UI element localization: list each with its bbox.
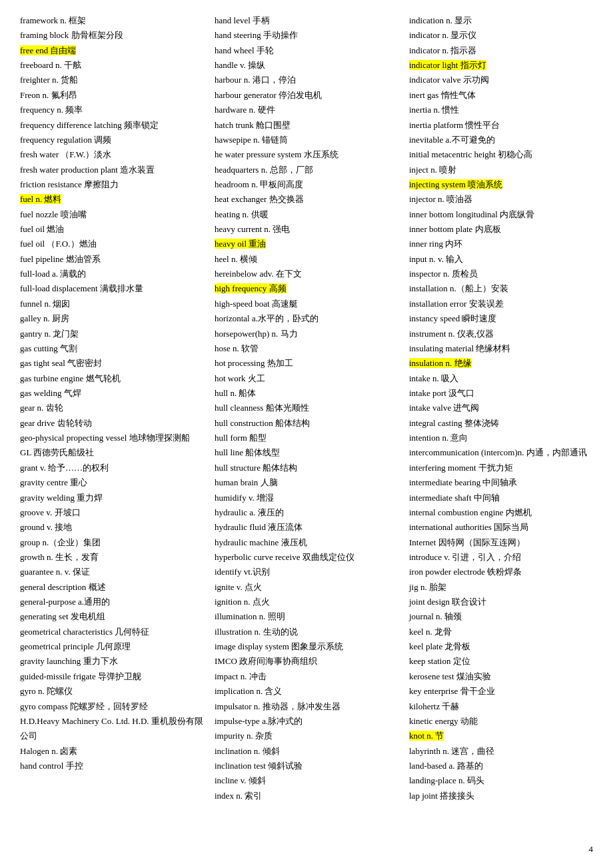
list-item: Freon n. 氟利昂: [20, 88, 204, 103]
list-item: jig n. 胎架: [409, 580, 593, 595]
list-item: hot work 火工: [215, 371, 398, 386]
list-item: heavy current n. 强电: [215, 222, 398, 237]
list-item: inert gas 惰性气体: [409, 88, 593, 103]
list-item: geometrical characteristics 几何特征: [20, 625, 204, 639]
list-item: free end 自由端: [20, 43, 204, 58]
list-item: inertia platform 惯性平台: [409, 118, 593, 133]
list-item: incline v. 倾斜: [215, 773, 398, 788]
list-item: intake port 汲气口: [409, 386, 593, 401]
list-item: intention n. 意向: [409, 431, 593, 445]
main-content: framework n. 框架framing block 肋骨框架分段free …: [20, 13, 593, 803]
list-item: landing-place n. 码头: [409, 773, 593, 788]
list-item: hull construction 船体结构: [215, 416, 398, 431]
list-item: frequency difference latching 频率锁定: [20, 118, 204, 133]
list-item: journal n. 轴颈: [409, 609, 593, 624]
list-item: GL 西德劳氏船级社: [20, 445, 204, 460]
list-item: gear drive 齿轮转动: [20, 416, 204, 431]
list-item: inevitable a.不可避免的: [409, 133, 593, 147]
list-item: inner ring 内环: [409, 237, 593, 251]
list-item: gas cutting 气割: [20, 341, 204, 356]
list-item: image display system 图象显示系统: [215, 639, 398, 654]
column-2: hand level 手柄hand steering 手动操作hand whee…: [209, 13, 404, 803]
list-item: he water pressure system 水压系统: [215, 147, 398, 162]
list-item: general-purpose a.通用的: [20, 595, 204, 609]
list-item: hydraulic a. 液压的: [215, 505, 398, 520]
list-item: hereinbelow adv. 在下文: [215, 267, 398, 281]
list-item: inject n. 喷射: [409, 163, 593, 177]
list-item: headquarters n. 总部，厂部: [215, 163, 398, 177]
list-item: framing block 肋骨框架分段: [20, 28, 204, 43]
list-item: gravity welding 重力焊: [20, 491, 204, 505]
list-item: fuel pipeline 燃油管系: [20, 252, 204, 267]
list-item: installation n.（船上）安装: [409, 281, 593, 296]
list-item: ground v. 接地: [20, 520, 204, 535]
list-item: hand steering 手动操作: [215, 28, 398, 43]
list-item: land-based a. 路基的: [409, 759, 593, 773]
list-item: hydraulic machine 液压机: [215, 535, 398, 550]
list-item: inner bottom plate 内底板: [409, 222, 593, 237]
list-item: key enterprise 骨干企业: [409, 684, 593, 699]
list-item: fuel n. 燃料: [20, 192, 204, 207]
list-item: introduce v. 引进，引入，介绍: [409, 550, 593, 565]
list-item: knot n. 节: [409, 729, 593, 743]
list-item: group n.（企业）集团: [20, 535, 204, 550]
list-item: inclination test 倾斜试验: [215, 759, 398, 773]
list-item: identify vt.识别: [215, 565, 398, 579]
list-item: inspector n. 质检员: [409, 267, 593, 281]
list-item: fuel nozzle 喷油嘴: [20, 207, 204, 222]
list-item: hull n. 船体: [215, 386, 398, 401]
list-item: injecting system 喷油系统: [409, 177, 593, 192]
list-item: harbour generator 停泊发电机: [215, 88, 398, 103]
list-item: indication n. 显示: [409, 13, 593, 28]
list-item: indicator n. 显示仪: [409, 28, 593, 43]
list-item: internal combustion engine 内燃机: [409, 505, 593, 520]
list-item: ignite v. 点火: [215, 580, 398, 595]
list-item: initial metacentric height 初稳心高: [409, 147, 593, 162]
list-item: keel plate 龙骨板: [409, 639, 593, 654]
list-item: heating n. 供暖: [215, 207, 398, 222]
list-item: harbour n. 港口，停泊: [215, 73, 398, 87]
list-item: instancy speed 瞬时速度: [409, 311, 593, 326]
list-item: Halogen n. 卤素: [20, 744, 204, 759]
list-item: integral casting 整体浇铸: [409, 416, 593, 431]
list-item: interfering moment 干扰力矩: [409, 461, 593, 475]
list-item: headroom n. 甲板间高度: [215, 177, 398, 192]
list-item: iron powder electrode 铁粉焊条: [409, 565, 593, 579]
list-item: gas welding 气焊: [20, 386, 204, 401]
list-item: fuel oil （F.O.）燃油: [20, 237, 204, 251]
list-item: impulsator n. 推动器，脉冲发生器: [215, 699, 398, 714]
list-item: grant v. 给予……的权利: [20, 461, 204, 475]
list-item: hardware n. 硬件: [215, 103, 398, 117]
list-item: Internet 因特网（国际互连网）: [409, 535, 593, 550]
list-item: gas tight seal 气密密封: [20, 356, 204, 371]
list-item: guarantee n. v. 保证: [20, 565, 204, 579]
list-item: hand control 手控: [20, 759, 204, 773]
list-item: geometrical principle 几何原理: [20, 639, 204, 654]
list-item: frequency n. 频率: [20, 103, 204, 117]
list-item: inner bottom longitudinal 内底纵骨: [409, 207, 593, 222]
list-item: hand level 手柄: [215, 13, 398, 28]
column-3: indication n. 显示indicator n. 显示仪indicato…: [404, 13, 593, 803]
list-item: impurity n. 杂质: [215, 729, 398, 743]
list-item: illumination n. 照明: [215, 609, 398, 624]
list-item: gantry n. 龙门架: [20, 327, 204, 341]
list-item: impact n. 冲击: [215, 669, 398, 684]
list-item: framework n. 框架: [20, 13, 204, 28]
list-item: indicator valve 示功阀: [409, 73, 593, 87]
list-item: freeboard n. 干舷: [20, 58, 204, 73]
list-item: full-load a. 满载的: [20, 267, 204, 281]
list-item: intermediate shaft 中间轴: [409, 491, 593, 505]
list-item: keep station 定位: [409, 654, 593, 669]
list-item: hull form 船型: [215, 431, 398, 445]
list-item: gravity centre 重心: [20, 475, 204, 490]
list-item: hull cleanness 船体光顺性: [215, 401, 398, 415]
list-item: intake valve 进气阀: [409, 401, 593, 415]
list-item: index n. 索引: [215, 789, 398, 803]
list-item: hull line 船体线型: [215, 445, 398, 460]
list-item: hydraulic fluid 液压流体: [215, 520, 398, 535]
list-item: human brain 人脑: [215, 475, 398, 490]
list-item: labyrinth n. 迷宫，曲径: [409, 744, 593, 759]
list-item: installation error 安装误差: [409, 297, 593, 311]
list-item: generating set 发电机组: [20, 609, 204, 624]
list-item: indicator light 指示灯: [409, 58, 593, 73]
